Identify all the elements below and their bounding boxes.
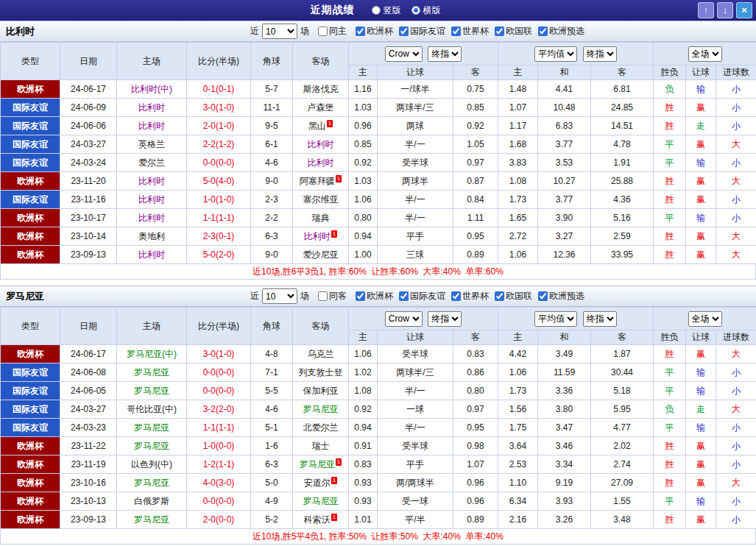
- euro-home-odds-cell: 1.75: [498, 419, 538, 437]
- home-team-cell: 奥地利: [117, 227, 187, 246]
- league-checkbox[interactable]: [451, 291, 461, 301]
- home-team-cell: 比利时: [117, 191, 187, 209]
- match-type-cell: 欧洲杯: [1, 492, 60, 511]
- asia-home-odds-cell: 0.92: [349, 400, 378, 419]
- red-card-badge: 1: [331, 230, 337, 238]
- col-result-wdl: 胜负: [654, 65, 686, 80]
- euro-home-odds-cell: 1.73: [498, 382, 538, 400]
- result-wdl-cell: 胜: [654, 455, 686, 474]
- score-cell: 1-2(1-1): [187, 455, 251, 474]
- bookmaker-select[interactable]: Crow: [385, 311, 423, 327]
- euro-away-odds-cell: 24.85: [591, 99, 654, 117]
- league-checkbox[interactable]: [495, 291, 504, 301]
- average-select[interactable]: 平均值: [534, 311, 577, 327]
- team-name-text: 罗马尼亚: [303, 404, 339, 414]
- euro-draw-odds-cell: 3.93: [538, 492, 591, 511]
- asia-home-odds-cell: 1.01: [349, 511, 378, 529]
- score-cell: 1-0(0-0): [187, 437, 251, 455]
- scope-select[interactable]: 全场: [688, 311, 722, 327]
- col-asia-handicap: 让球: [378, 330, 453, 345]
- league-option[interactable]: 欧国联: [495, 290, 532, 302]
- league-checkbox[interactable]: [538, 26, 548, 36]
- match-type-cell: 国际友谊: [1, 191, 60, 209]
- match-row: 国际友谊 23-11-16 比利时 1-0(1-0) 2-3 塞尔维亚 1.06…: [1, 191, 756, 209]
- league-option[interactable]: 欧洲预选: [538, 290, 584, 302]
- match-date-cell: 24-03-27: [60, 400, 117, 419]
- col-euro-home: 主: [498, 330, 538, 345]
- euro-away-odds-cell: 4.78: [591, 135, 654, 154]
- result-goals-cell: 小: [716, 80, 756, 99]
- match-row: 欧洲杯 23-11-20 比利时 5-0(4-0) 9-0 阿塞拜疆1 1.03…: [1, 172, 756, 191]
- col-euro-away: 客: [591, 330, 654, 345]
- league-checkbox[interactable]: [399, 26, 409, 36]
- asia-final-select[interactable]: 终指: [428, 311, 462, 327]
- asia-home-odds-cell: 1.06: [349, 191, 378, 209]
- same-venue-option[interactable]: 同客: [318, 290, 347, 302]
- asia-final-select[interactable]: 终指: [428, 46, 462, 62]
- layout-horizontal-label: 横版: [423, 4, 441, 17]
- league-option[interactable]: 国际友谊: [399, 290, 445, 302]
- games-label: 场: [300, 25, 309, 38]
- euro-final-select[interactable]: 终指: [583, 46, 617, 62]
- col-euro-draw: 和: [538, 330, 591, 345]
- col-asia-handicap: 让球: [378, 65, 453, 80]
- result-handicap-cell: 赢: [686, 474, 716, 492]
- euro-away-odds-cell: 4.77: [591, 419, 654, 437]
- league-option[interactable]: 欧洲杯: [356, 25, 393, 38]
- average-select[interactable]: 平均值: [534, 46, 577, 62]
- move-up-button[interactable]: ↑: [698, 2, 714, 18]
- asia-handicap-cell: 两/两球半: [378, 474, 453, 492]
- filter-bar: 罗马尼亚 近 10 场 同客 欧洲杯国际友谊世界杯欧国联欧洲预选: [0, 286, 756, 307]
- asia-away-odds-cell: 0.80: [453, 382, 498, 400]
- result-wdl-cell: 胜: [654, 437, 686, 455]
- league-checkbox[interactable]: [399, 291, 409, 301]
- layout-vertical-option[interactable]: 竖版: [372, 4, 401, 17]
- filter-controls: 近 10 场 同主 欧洲杯国际友谊世界杯欧国联欧洲预选: [250, 21, 584, 41]
- layout-horizontal-option[interactable]: 横版: [411, 4, 441, 17]
- league-checkbox[interactable]: [356, 291, 365, 301]
- match-type-cell: 国际友谊: [1, 154, 60, 172]
- team-name-text: 罗马尼亚: [303, 496, 339, 506]
- league-checkbox[interactable]: [451, 26, 461, 36]
- euro-draw-odds-cell: 3.47: [538, 419, 591, 437]
- match-count-select[interactable]: 10: [262, 24, 297, 39]
- league-option[interactable]: 国际友谊: [399, 25, 445, 38]
- team-section-belgium: 比利时 近 10 场 同主 欧洲杯国际友谊世界杯欧国联欧洲预选 类型 日期 主场…: [0, 21, 756, 280]
- bookmaker-select[interactable]: Crow: [385, 46, 423, 62]
- euro-home-odds-cell: 6.34: [498, 492, 538, 511]
- league-option[interactable]: 世界杯: [451, 25, 489, 38]
- corner-cell: 9-0: [251, 246, 293, 264]
- league-option[interactable]: 欧国联: [495, 25, 532, 38]
- team-name-text: 列支敦士登: [299, 367, 343, 377]
- match-type-cell: 欧洲杯: [1, 474, 60, 492]
- league-checkbox[interactable]: [538, 291, 548, 301]
- same-venue-checkbox[interactable]: [318, 291, 328, 301]
- league-option[interactable]: 欧洲预选: [538, 25, 584, 38]
- euro-away-odds-cell: 33.95: [591, 246, 654, 264]
- match-date-cell: 23-10-14: [60, 227, 117, 246]
- score-cell: 3-0(1-0): [187, 345, 251, 364]
- match-row: 欧洲杯 23-10-16 罗马尼亚 4-0(3-0) 5-0 安道尔1 0.93…: [1, 474, 756, 492]
- league-option[interactable]: 欧洲杯: [356, 290, 393, 302]
- result-handicap-cell: 赢: [686, 99, 716, 117]
- result-wdl-cell: 平: [654, 209, 686, 227]
- score-cell: 2-0(0-0): [187, 511, 251, 529]
- euro-away-odds-cell: 30.44: [591, 364, 654, 382]
- league-option[interactable]: 世界杯: [451, 290, 489, 302]
- euro-draw-odds-cell: 3.46: [538, 437, 591, 455]
- euro-draw-odds-cell: 3.34: [538, 455, 591, 474]
- euro-final-select[interactable]: 终指: [583, 311, 617, 327]
- asia-handicap-cell: 受半球: [378, 345, 453, 364]
- scope-select[interactable]: 全场: [688, 46, 722, 62]
- league-checkbox[interactable]: [356, 26, 365, 36]
- home-team-cell: 罗马尼亚: [117, 437, 187, 455]
- match-row: 国际友谊 24-06-08 罗马尼亚 0-0(0-0) 7-1 列支敦士登 1.…: [1, 364, 756, 382]
- window-buttons: ↑ ↓ ×: [698, 2, 752, 18]
- league-checkbox[interactable]: [495, 26, 504, 36]
- move-down-button[interactable]: ↓: [717, 2, 733, 18]
- match-count-select[interactable]: 10: [262, 288, 297, 304]
- close-button[interactable]: ×: [736, 2, 752, 18]
- same-venue-checkbox[interactable]: [318, 26, 328, 36]
- corner-cell: 1-6: [251, 437, 293, 455]
- same-venue-option[interactable]: 同主: [318, 25, 347, 38]
